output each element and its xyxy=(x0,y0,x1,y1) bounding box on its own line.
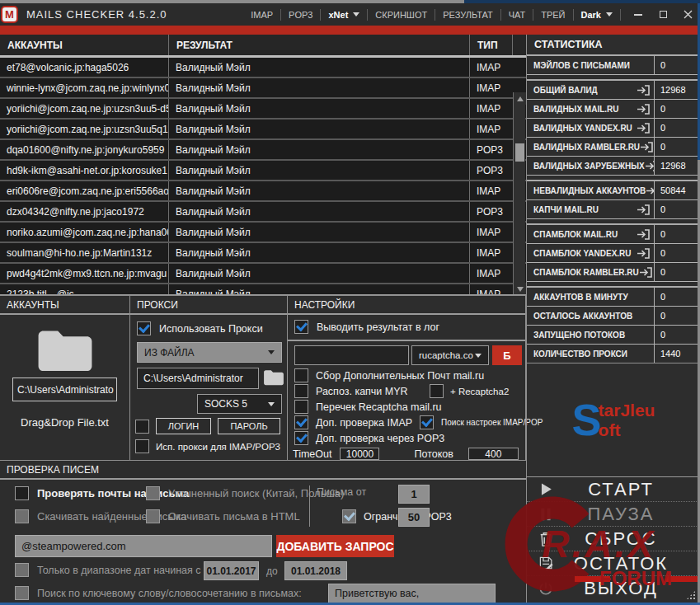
threads-field[interactable]: 400 xyxy=(468,448,519,460)
proxy-for-imap-checkbox[interactable] xyxy=(135,439,149,453)
accounts-path-field[interactable]: C:\Users\Administrato xyxy=(12,378,117,401)
proxy-path-field[interactable]: C:\Users\Administrator xyxy=(137,368,259,389)
captcha-service-dropdown[interactable]: rucaptcha.co xyxy=(411,345,489,365)
table-row[interactable]: dzx04342@nifty.ne.jp:jaco1972 Валидный М… xyxy=(0,202,526,223)
imap-search-checkbox[interactable] xyxy=(420,415,434,429)
table-row[interactable]: pwd4g4t2mk@mx9.ttcn.ne.jp:mvagu Валидный… xyxy=(0,264,526,284)
recaptcha2-checkbox[interactable] xyxy=(430,384,444,398)
table-row[interactable]: dqa01600@nifty.ne.jp:jonykuro5959 Валидн… xyxy=(0,140,526,161)
table-row[interactable]: winnie-lynx@jcom.zaq.ne.jp:winlynx0 Вали… xyxy=(0,78,526,99)
folder-icon[interactable] xyxy=(35,327,95,377)
pop3-check-checkbox[interactable] xyxy=(294,431,308,445)
query-field[interactable]: @steampowered.com xyxy=(15,535,272,557)
add-query-button[interactable]: ДОБАВИТЬ ЗАПРОС xyxy=(276,535,394,557)
table-row[interactable]: soulman@hi-ho.ne.jp:Martin131z Валидный … xyxy=(0,243,526,264)
export-arrow-icon[interactable] xyxy=(637,247,651,260)
export-arrow-icon[interactable] xyxy=(640,141,654,153)
export-arrow-icon[interactable] xyxy=(639,266,653,279)
html-letters-checkbox[interactable] xyxy=(146,509,160,523)
proxy-panel: ПРОКСИ Использовать Прокси ИЗ ФАЙЛА C:\U… xyxy=(129,295,288,460)
menu-item-theme[interactable]: Dark xyxy=(574,3,620,26)
table-scrollbar[interactable] xyxy=(513,92,525,295)
result-cell: Валидный Мэйл xyxy=(169,58,470,77)
keyword-search-checkbox[interactable] xyxy=(15,586,29,600)
proxy-source-dropdown[interactable]: ИЗ ФАЙЛА xyxy=(137,342,282,363)
stat-group-gap xyxy=(527,75,700,81)
myr-captcha-checkbox[interactable] xyxy=(294,384,308,398)
scroll-up-arrow-icon[interactable] xyxy=(514,92,526,105)
dragdrop-hint: Drag&Drop File.txt xyxy=(0,416,129,429)
table-row[interactable]: yoriichi@jcom.zaq.ne.jp:uzsn3uu5-d5 Вали… xyxy=(0,99,526,120)
table-row[interactable]: et78@volcanic.jp:haga5026 Валидный Мэйл … xyxy=(0,58,526,78)
html-letters-label: Скачивать письма в HTML xyxy=(168,510,300,523)
login-button[interactable]: ЛОГИН xyxy=(156,418,211,434)
action-button-save[interactable]: ОСТАТОК xyxy=(527,551,700,576)
menu-item-result[interactable]: РЕЗУЛЬТАТ xyxy=(435,3,500,26)
menu-item-xnet[interactable]: xNet xyxy=(321,3,367,26)
action-button-trash[interactable]: СБРОС xyxy=(527,527,700,551)
table-row[interactable]: eri0606re@jcom.zaq.ne.jp:eri5566ao_ Вали… xyxy=(0,181,526,202)
column-accounts[interactable]: АККАУНТЫ xyxy=(0,35,169,55)
type-cell: POP3 xyxy=(470,202,513,221)
stat-group-gap xyxy=(527,176,700,181)
pop3-limit-checkbox[interactable] xyxy=(342,509,356,523)
menu-item-chat[interactable]: ЧАТ xyxy=(501,3,533,26)
proxy-type-dropdown[interactable]: SOCKS 5 xyxy=(197,394,282,414)
action-button-power[interactable]: ВЫХОД xyxy=(527,576,700,601)
export-arrow-icon[interactable] xyxy=(645,160,654,172)
table-row[interactable]: hd9k-ikm@asahi-net.or.jp:korosuke1 Валид… xyxy=(0,161,526,181)
export-arrow-icon[interactable] xyxy=(637,228,651,241)
imap-check-checkbox[interactable] xyxy=(294,415,308,429)
date-to-field[interactable]: 01.01.2018 xyxy=(284,561,347,580)
use-proxy-checkbox[interactable] xyxy=(137,321,151,335)
table-row[interactable]: noriko.azumi@jcom.zaq.ne.jp:hana00 Валид… xyxy=(0,223,526,243)
date-range-label: Только в диапазоне дат начиная с xyxy=(37,565,201,576)
close-icon xyxy=(684,10,693,19)
minimize-button[interactable] xyxy=(626,3,651,26)
stat-label: ВАЛИДНЫХ MAIL.RU xyxy=(527,100,654,118)
menu-item-pop3[interactable]: POP3 xyxy=(281,3,320,26)
close-button[interactable] xyxy=(675,3,700,26)
log-output-checkbox[interactable] xyxy=(294,320,308,334)
export-arrow-icon[interactable] xyxy=(637,84,651,96)
column-result[interactable]: РЕЗУЛЬТАТ xyxy=(169,35,470,55)
export-arrow-icon[interactable] xyxy=(637,122,651,134)
browse-folder-icon[interactable] xyxy=(263,368,284,390)
table-row[interactable]: 2123b.titl…@jc Валидный Мэйл IMAP xyxy=(0,284,526,295)
result-cell: Валидный Мэйл xyxy=(169,161,470,180)
scrollbar-thumb[interactable] xyxy=(515,143,524,162)
refined-search-checkbox[interactable] xyxy=(146,486,160,500)
letters-from-label: Письма от xyxy=(317,486,366,498)
proxy-auth-checkbox[interactable] xyxy=(135,420,149,434)
scroll-down-arrow-icon[interactable] xyxy=(514,283,526,295)
brand-big-letter: S xyxy=(572,401,602,439)
keyword-field[interactable]: Приветствую вас, xyxy=(328,584,496,603)
collect-extra-mail-checkbox[interactable] xyxy=(294,368,308,382)
result-cell: Валидный Мэйл xyxy=(169,99,470,118)
captcha-key-field[interactable] xyxy=(294,345,409,365)
menu-item-imap[interactable]: IMAP xyxy=(243,3,280,26)
date-from-field[interactable]: 01.01.2017 xyxy=(204,561,259,580)
action-button-play[interactable]: СТАРТ xyxy=(527,477,700,502)
letters-from-field[interactable]: 1 xyxy=(398,485,430,504)
column-type[interactable]: ТИП xyxy=(470,35,513,55)
table-row[interactable]: yoriichi@jcom.zaq.ne.jp:uzsn3uu5q12 Вали… xyxy=(0,120,526,140)
date-range-checkbox[interactable] xyxy=(15,563,29,577)
maximize-button[interactable] xyxy=(651,3,675,26)
check-mail-checkbox[interactable] xyxy=(15,486,29,500)
export-arrow-icon[interactable] xyxy=(637,204,651,216)
stat-row: ВАЛИДНЫХ MAIL.RU0 xyxy=(527,100,700,119)
menu-item-screenshot[interactable]: СКРИНШОТ xyxy=(368,3,435,26)
pop3-limit-field[interactable]: 50 xyxy=(398,508,430,527)
balance-button[interactable]: Б xyxy=(492,345,522,365)
accounts-panel: АККАУНТЫ C:\Users\Administrato Drag&Drop… xyxy=(0,295,130,460)
export-arrow-icon[interactable] xyxy=(637,103,651,115)
download-letters-checkbox[interactable] xyxy=(15,509,29,523)
timeout-field[interactable]: 10000 xyxy=(340,448,379,460)
type-cell: IMAP xyxy=(470,284,513,295)
export-arrow-icon[interactable] xyxy=(646,185,654,197)
password-button[interactable]: ПАРОЛЬ xyxy=(218,418,280,434)
account-cell: et78@volcanic.jp:haga5026 xyxy=(0,58,169,77)
menu-item-tray[interactable]: ТРЕЙ xyxy=(533,3,572,26)
recheck-recaptcha-checkbox[interactable] xyxy=(294,400,308,414)
